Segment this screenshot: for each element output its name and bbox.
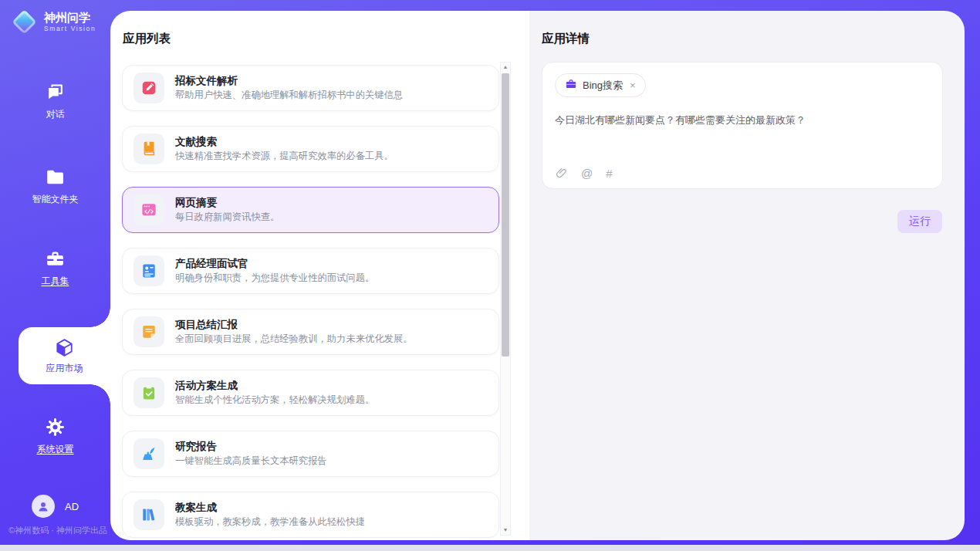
app-card-literature-search[interactable]: 文献搜索快速精准查找学术资源，提高研究效率的必备工具。: [122, 126, 499, 172]
app-list-scrollbar[interactable]: ▲ ▼: [500, 62, 511, 536]
app-card-description: 每日政府新闻资讯快查。: [175, 211, 279, 225]
app-card-info: 活动方案生成智能生成个性化活动方案，轻松解决规划难题。: [175, 378, 374, 407]
scrollbar-down-icon[interactable]: ▼: [501, 526, 510, 535]
app-list-panel: 应用列表 招标文件解析帮助用户快速、准确地理解和解析招标书中的关键信息文献搜索快…: [110, 11, 529, 540]
sidebar-item-label: 应用市场: [46, 362, 83, 375]
app-card-title: 文献搜索: [175, 134, 394, 150]
app-card-web-summary[interactable]: 网页摘要每日政府新闻资讯快查。: [122, 187, 499, 233]
tool-chip-label: Bing搜索: [583, 79, 623, 93]
app-card-title: 研究报告: [175, 439, 327, 455]
sidebar-item-label: 对话: [46, 108, 65, 121]
prompt-toolbar: @#: [555, 167, 613, 180]
prompt-input[interactable]: 今日湖北有哪些新闻要点？有哪些需要关注的最新政策？: [555, 113, 930, 127]
app-card-title: 教案生成: [175, 500, 365, 516]
prompt-card: Bing搜索 × 今日湖北有哪些新闻要点？有哪些需要关注的最新政策？ @#: [542, 62, 943, 189]
app-card-title: 招标文件解析: [175, 73, 403, 89]
logo-title: 神州问学: [44, 11, 96, 25]
app-card-description: 全面回顾项目进展，总结经验教训，助力未来优化发展。: [175, 333, 412, 346]
app-card-info: 研究报告一键智能生成高质量长文本研究报告: [175, 439, 327, 468]
attachment-icon[interactable]: [555, 167, 568, 180]
app-card-description: 一键智能生成高质量长文本研究报告: [175, 455, 327, 468]
avatar[interactable]: [32, 495, 55, 518]
hashtag-icon[interactable]: #: [606, 167, 612, 180]
app-window: 神州问学 Smart Vision 对话智能文件夹工具集应用市场系统设置 AD …: [0, 0, 980, 551]
sidebar-item-app-market[interactable]: 应用市场: [19, 327, 110, 384]
app-card-description: 明确身份和职责，为您提供专业性的面试问题。: [175, 272, 374, 286]
app-card-info: 教案生成模板驱动，教案秒成，教学准备从此轻松快捷: [175, 500, 365, 529]
sidebar-item-label: 智能文件夹: [32, 193, 79, 206]
cube-icon: [54, 337, 75, 358]
sidebar-item-chat[interactable]: 对话: [0, 82, 110, 121]
browser-code-icon: [133, 194, 164, 225]
note-icon: [133, 316, 164, 347]
sidebar: 神州问学 Smart Vision 对话智能文件夹工具集应用市场系统设置 AD …: [0, 0, 110, 545]
app-card-title: 产品经理面试官: [175, 256, 374, 272]
app-card-info: 网页摘要每日政府新闻资讯快查。: [175, 195, 279, 225]
user-name: AD: [65, 501, 79, 512]
chip-close-icon[interactable]: ×: [630, 79, 636, 91]
app-list-title: 应用列表: [123, 31, 171, 47]
app-card-description: 帮助用户快速、准确地理解和解析招标书中的关键信息: [175, 89, 403, 103]
app-detail-title: 应用详情: [542, 31, 590, 47]
bottom-edge: [0, 545, 980, 551]
app-card-title: 项目总结汇报: [175, 317, 412, 333]
copyright-footer: ©神州数码 · 神州问学出品: [0, 525, 116, 536]
scrollbar-up-icon[interactable]: ▲: [501, 63, 510, 72]
user-row[interactable]: AD: [0, 495, 110, 518]
app-card-info: 文献搜索快速精准查找学术资源，提高研究效率的必备工具。: [175, 134, 394, 164]
app-card-description: 模板驱动，教案秒成，教学准备从此轻松快捷: [175, 516, 365, 529]
sidebar-item-label: 系统设置: [37, 443, 74, 456]
app-detail-panel: 应用详情 Bing搜索 × 今日湖北有哪些新闻要点？有哪些需要关注的最新政策？ …: [529, 11, 965, 540]
app-card-description: 智能生成个性化活动方案，轻松解决规划难题。: [175, 394, 374, 407]
app-card-project-summary-report[interactable]: 项目总结汇报全面回顾项目进展，总结经验教训，助力未来优化发展。: [122, 309, 499, 355]
gear-icon: [45, 417, 66, 438]
book-icon: [133, 134, 164, 164]
folder-icon: [45, 167, 66, 188]
app-card-title: 网页摘要: [175, 195, 279, 211]
toolbox-icon: [45, 248, 66, 269]
logo-diamond-icon: [11, 8, 37, 35]
app-card-bid-document-analysis[interactable]: 招标文件解析帮助用户快速、准确地理解和解析招标书中的关键信息: [122, 65, 499, 111]
app-card-research-report[interactable]: 研究报告一键智能生成高质量长文本研究报告: [122, 431, 499, 477]
scrollbar-thumb[interactable]: [502, 73, 509, 357]
tool-chip-bing-search[interactable]: Bing搜索 ×: [555, 73, 646, 97]
edit-doc-icon: [133, 73, 164, 103]
app-card-pm-interviewer[interactable]: 产品经理面试官明确身份和职责，为您提供专业性的面试问题。: [122, 248, 499, 294]
app-card-description: 快速精准查找学术资源，提高研究效率的必备工具。: [175, 150, 394, 164]
briefcase-icon: [565, 78, 577, 93]
sidebar-item-settings[interactable]: 系统设置: [0, 417, 110, 456]
sidebar-item-label: 工具集: [42, 275, 69, 288]
books-icon: [133, 499, 164, 530]
clipboard-check-icon: [133, 377, 164, 408]
chat-icon: [45, 82, 66, 103]
research-icon: [133, 438, 164, 469]
mention-icon[interactable]: @: [581, 167, 593, 180]
sidebar-item-toolset[interactable]: 工具集: [0, 248, 110, 288]
app-card-info: 项目总结汇报全面回顾项目进展，总结经验教训，助力未来优化发展。: [175, 317, 412, 346]
app-card-info: 招标文件解析帮助用户快速、准确地理解和解析招标书中的关键信息: [175, 73, 403, 103]
app-logo: 神州问学 Smart Vision: [11, 8, 96, 35]
app-card-lesson-plan-generator[interactable]: 教案生成模板驱动，教案秒成，教学准备从此轻松快捷: [122, 492, 499, 538]
app-card-title: 活动方案生成: [175, 378, 374, 394]
app-card-list: 招标文件解析帮助用户快速、准确地理解和解析招标书中的关键信息文献搜索快速精准查找…: [122, 65, 499, 540]
run-button[interactable]: 运行: [897, 210, 942, 233]
app-card-event-plan-generator[interactable]: 活动方案生成智能生成个性化活动方案，轻松解决规划难题。: [122, 370, 499, 416]
sidebar-item-smart-folders[interactable]: 智能文件夹: [0, 167, 110, 206]
logo-subtitle: Smart Vision: [44, 25, 96, 32]
resume-icon: [133, 255, 164, 286]
app-card-info: 产品经理面试官明确身份和职责，为您提供专业性的面试问题。: [175, 256, 374, 286]
